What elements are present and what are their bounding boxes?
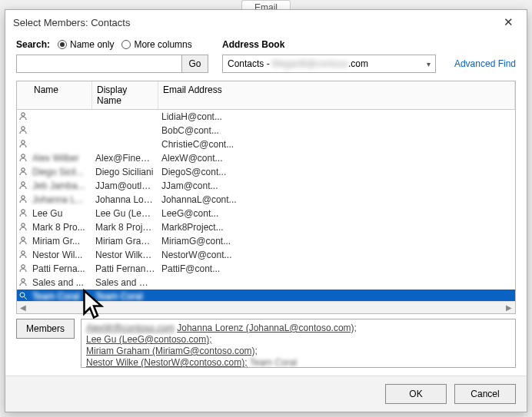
radio-name-only[interactable]: Name only [58, 39, 114, 50]
table-row[interactable]: Nestor Wil...Nestor Wilke (...NestorW@co… [17, 248, 515, 262]
table-row[interactable]: LidiaH@cont... [17, 110, 515, 124]
chevron-down-icon: ▾ [427, 60, 431, 68]
svg-point-9 [22, 237, 25, 240]
table-row[interactable]: Diego Sicil...Diego SicilianiDiegoS@cont… [17, 165, 515, 179]
dialog-title: Select Members: Contacts [13, 17, 130, 28]
person-icon [17, 111, 29, 123]
search-label-row: Search: Name only More columns [16, 39, 208, 50]
table-row[interactable]: BobC@cont... [17, 124, 515, 137]
person-icon [17, 208, 29, 220]
table-row[interactable]: Sales and ...Sales and Mar... [17, 276, 515, 290]
table-row-selected[interactable]: Team CoralTeam Coral [17, 290, 515, 301]
members-field[interactable]: AlexW@contoso.com Johanna Lorenz (Johann… [81, 319, 516, 368]
table-row[interactable]: Patti Ferna...Patti Fernand...PattiF@con… [17, 262, 515, 276]
person-icon [17, 250, 29, 261]
table-row[interactable]: Alex WilberAlex@FineArt...AlexW@cont... [17, 151, 515, 165]
table-row[interactable]: Lee GuLee Gu (LeeG...LeeG@cont... [17, 207, 515, 220]
address-book-combobox[interactable]: Contacts - MeganB@contoso.com ▾ [222, 55, 436, 73]
person-icon [17, 277, 29, 289]
close-icon[interactable]: ✕ [497, 15, 519, 30]
col-display[interactable]: Display Name [92, 81, 158, 109]
person-icon [17, 180, 29, 192]
person-icon [17, 167, 29, 178]
radio-more-columns[interactable]: More columns [121, 39, 191, 50]
cancel-button[interactable]: Cancel [454, 384, 516, 404]
search-icon [17, 291, 29, 302]
svg-point-8 [22, 223, 25, 227]
advanced-find-link[interactable]: Advanced Find [454, 58, 516, 69]
svg-point-5 [22, 181, 25, 185]
svg-point-13 [20, 293, 25, 297]
svg-point-12 [22, 278, 25, 282]
person-icon [17, 222, 29, 233]
svg-point-2 [22, 140, 25, 144]
col-name[interactable]: Name [29, 81, 92, 109]
ok-button[interactable]: OK [385, 384, 447, 404]
table-row[interactable]: Johanna L...Johanna Lore...JohannaL@cont… [17, 193, 515, 207]
svg-line-14 [25, 296, 28, 300]
search-label: Search: [16, 39, 50, 50]
contacts-grid: Name Display Name Email Address LidiaH@c… [16, 81, 516, 314]
svg-point-3 [22, 154, 25, 157]
horizontal-scrollbar[interactable]: ◀▶ [17, 301, 515, 313]
svg-point-11 [22, 264, 25, 268]
person-icon [17, 263, 29, 275]
members-button[interactable]: Members [16, 319, 75, 339]
person-icon [17, 236, 29, 247]
svg-point-0 [22, 112, 25, 116]
table-row[interactable]: Mark 8 Pro...Mark 8 Projec...Mark8Projec… [17, 220, 515, 234]
table-row[interactable]: ChristieC@cont... [17, 137, 515, 151]
svg-point-6 [22, 195, 25, 199]
table-row[interactable]: Miriam Gr...Miriam Graha...MiriamG@cont.… [17, 234, 515, 248]
col-email[interactable]: Email Address [158, 81, 515, 109]
address-book-label: Address Book [222, 39, 516, 50]
select-members-dialog: Select Members: Contacts ✕ Search: Name … [5, 9, 527, 412]
search-input[interactable] [16, 55, 182, 73]
dialog-titlebar: Select Members: Contacts ✕ [5, 10, 527, 35]
go-button[interactable]: Go [182, 55, 208, 73]
svg-point-1 [22, 126, 25, 130]
person-icon [17, 153, 29, 164]
table-row[interactable]: Jeb Jamba...JJam@outloo...JJam@cont... [17, 179, 515, 193]
svg-point-4 [22, 167, 25, 171]
dialog-footer: OK Cancel [5, 376, 527, 412]
grid-body[interactable]: LidiaH@cont...BobC@cont...ChristieC@cont… [17, 110, 515, 301]
svg-point-10 [22, 250, 25, 254]
person-icon [17, 194, 29, 206]
grid-header: Name Display Name Email Address [17, 81, 515, 110]
svg-point-7 [22, 209, 25, 213]
person-icon [17, 125, 29, 137]
person-icon [17, 139, 29, 151]
